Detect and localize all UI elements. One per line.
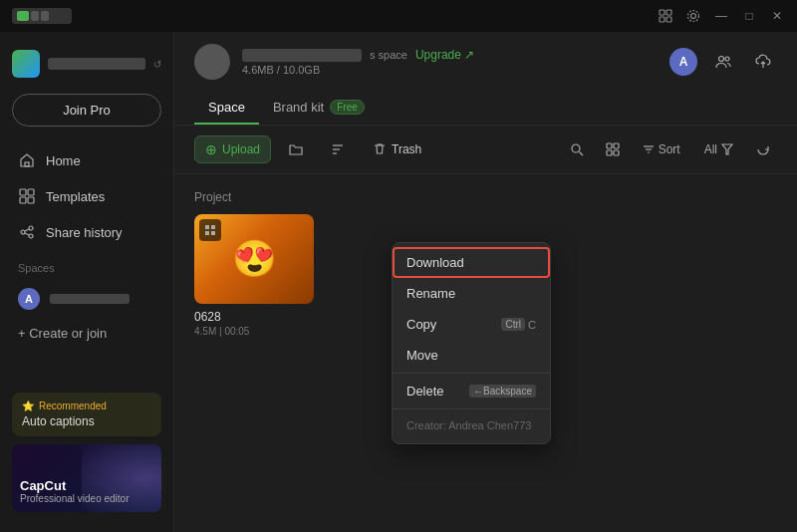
svg-rect-13: [28, 197, 34, 203]
svg-point-7: [691, 14, 696, 19]
titlebar-controls: — □ ✕: [658, 8, 785, 24]
main-layout: ↺ Join Pro Home: [0, 32, 797, 532]
space-name-blur: [50, 294, 130, 304]
maximize-btn[interactable]: □: [741, 8, 757, 24]
header-icons: A: [669, 48, 777, 76]
svg-rect-1: [31, 11, 39, 21]
home-icon: [18, 151, 36, 169]
project-name: 0628: [194, 310, 314, 324]
project-meta: 4.5M | 00:05: [194, 326, 314, 337]
space-avatar: A: [18, 288, 40, 310]
close-btn[interactable]: ✕: [769, 8, 785, 24]
svg-rect-27: [614, 143, 619, 148]
sidebar-nav: Home Templates: [0, 142, 173, 250]
svg-line-25: [579, 152, 583, 156]
sidebar: ↺ Join Pro Home: [0, 32, 174, 532]
download-label: Download: [406, 255, 464, 270]
upgrade-button[interactable]: Upgrade ↗: [415, 48, 474, 62]
sidebar-item-share-history[interactable]: Share history: [8, 214, 165, 250]
svg-point-20: [725, 57, 729, 61]
minimize-btn[interactable]: —: [713, 8, 729, 24]
sort-label: Sort: [659, 142, 680, 156]
capcut-promo[interactable]: CapCut Professional video editor: [12, 444, 161, 512]
context-menu-download[interactable]: Download: [393, 247, 550, 278]
svg-rect-35: [211, 225, 215, 229]
filter-label: All: [704, 142, 717, 156]
svg-rect-2: [41, 11, 49, 21]
promo-subtitle: Professional video editor: [20, 493, 130, 504]
content-body: Project 😍: [174, 174, 797, 532]
svg-rect-9: [25, 162, 29, 166]
sidebar-item-share-label: Share history: [46, 225, 123, 240]
toolbar: ⊕ Upload: [174, 126, 797, 174]
toolbar-left: ⊕ Upload: [194, 135, 431, 163]
svg-rect-12: [20, 197, 26, 203]
section-label: Project: [194, 190, 777, 204]
user-avatar[interactable]: A: [669, 48, 697, 76]
space-info: s space Upgrade ↗ 4.6MB / 10.0GB: [194, 44, 474, 80]
svg-rect-3: [660, 10, 664, 15]
project-thumbnail: 😍: [194, 214, 314, 304]
join-pro-button[interactable]: Join Pro: [12, 94, 161, 127]
share-history-icon: [18, 223, 36, 241]
window-manager-icon[interactable]: [658, 8, 673, 24]
titlebar-left: [12, 8, 72, 24]
content-header: s space Upgrade ↗ 4.6MB / 10.0GB A: [174, 32, 797, 126]
storage-info: 4.6MB / 10.0GB: [242, 64, 474, 76]
sidebar-item-templates-label: Templates: [46, 189, 105, 204]
star-icon: ⭐: [22, 400, 34, 411]
tab-brand-kit[interactable]: Brand kit Free: [259, 92, 379, 125]
svg-point-15: [29, 226, 33, 230]
sort-order-button[interactable]: [321, 137, 355, 161]
free-badge: Free: [330, 100, 365, 115]
refresh-button[interactable]: [749, 135, 777, 163]
templates-icon: [18, 187, 36, 205]
spaces-section-label: Spaces: [0, 250, 173, 280]
copy-label: Copy: [406, 317, 436, 332]
context-menu-delete[interactable]: Delete ←Backspace: [393, 376, 550, 406]
settings-icon[interactable]: [685, 8, 701, 24]
app-logo: [12, 8, 72, 24]
sidebar-item-home[interactable]: Home: [8, 142, 165, 178]
recommended-label: ⭐ Recommended: [22, 400, 151, 411]
upload-button[interactable]: ⊕ Upload: [194, 135, 271, 163]
tab-space[interactable]: Space: [194, 92, 259, 125]
svg-point-19: [719, 57, 724, 62]
members-icon-btn[interactable]: [709, 48, 737, 76]
svg-rect-29: [614, 150, 619, 155]
upload-cloud-icon-btn[interactable]: [749, 48, 777, 76]
upload-label: Upload: [222, 142, 260, 156]
sidebar-bottom: ⭐ Recommended Auto captions CapCut Profe…: [0, 383, 173, 522]
grid-view-button[interactable]: [599, 135, 627, 163]
project-item[interactable]: 😍 0628 4.5M | 00:05: [194, 214, 314, 337]
create-or-join-button[interactable]: + Create or join: [0, 318, 173, 349]
sort-button[interactable]: Sort: [635, 137, 688, 161]
c-key: C: [528, 319, 536, 331]
svg-rect-28: [607, 150, 612, 155]
context-menu-rename[interactable]: Rename: [393, 278, 550, 309]
svg-rect-0: [17, 11, 29, 21]
svg-rect-37: [211, 231, 215, 235]
context-menu-divider: [393, 373, 550, 374]
sidebar-item-templates[interactable]: Templates: [8, 178, 165, 214]
title-bar: — □ ✕: [0, 0, 797, 32]
space-title-row: s space Upgrade ↗: [242, 48, 474, 62]
context-menu-move[interactable]: Move: [393, 340, 550, 371]
svg-rect-36: [205, 231, 209, 235]
folder-button[interactable]: [279, 137, 313, 161]
promo-title: CapCut: [20, 478, 130, 493]
svg-marker-33: [722, 144, 732, 154]
workspace-selector[interactable]: ↺: [0, 42, 173, 94]
svg-line-17: [25, 229, 29, 231]
recommended-badge[interactable]: ⭐ Recommended Auto captions: [12, 393, 161, 436]
filter-button[interactable]: All: [696, 137, 741, 161]
search-button[interactable]: [563, 135, 591, 163]
upload-plus-icon: ⊕: [205, 141, 217, 157]
trash-button[interactable]: Trash: [363, 137, 431, 161]
space-item[interactable]: A: [8, 280, 165, 318]
svg-rect-11: [28, 189, 34, 195]
space-label: s space: [370, 49, 407, 61]
space-title-blur: [242, 49, 362, 62]
tab-brand-kit-label: Brand kit: [273, 100, 324, 115]
context-menu-copy[interactable]: Copy Ctrl C: [393, 309, 550, 340]
